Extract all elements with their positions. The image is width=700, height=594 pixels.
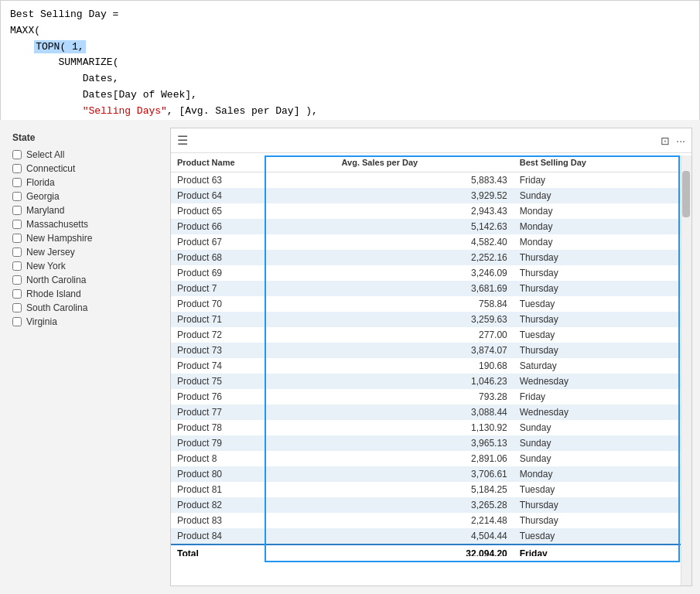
cell-day: Monday (514, 219, 691, 234)
cell-day: Tuesday (514, 327, 691, 343)
cell-day: Monday (514, 234, 691, 250)
cell-product: Product 75 (171, 374, 336, 389)
table-row: Product 74190.68Saturday (171, 358, 691, 374)
filter-item-massachusetts[interactable]: Massachusetts (12, 219, 158, 230)
scrollbar[interactable] (681, 155, 691, 585)
table-row: Product 635,883.43Friday (171, 172, 691, 189)
col-header-avg: Avg. Sales per Day (336, 153, 514, 172)
cell-day: Wednesday (514, 374, 691, 389)
table-row: Product 70758.84Tuesday (171, 296, 691, 312)
checkbox-south-carolina[interactable] (12, 303, 22, 312)
cell-avg: 3,706.61 (336, 466, 514, 482)
cell-day: Thursday (514, 513, 691, 528)
table-row: Product 733,874.07Thursday (171, 343, 691, 358)
checkbox-north-carolina[interactable] (12, 275, 22, 285)
code-line-3: TOPN( 1, (10, 39, 690, 56)
filter-item-maryland[interactable]: Maryland (12, 205, 158, 216)
cell-avg: 2,943.43 (336, 203, 514, 219)
cell-avg: 3,681.69 (336, 281, 514, 296)
cell-day: Thursday (514, 497, 691, 513)
table-scroll[interactable]: Product Name Avg. Sales per Day Best Sel… (171, 153, 691, 556)
expand-icon[interactable]: ⊡ (661, 135, 670, 147)
table-row: Product 652,943.43Monday (171, 203, 691, 219)
menu-icon[interactable]: ☰ (177, 133, 188, 148)
table-row: Product 76793.28Friday (171, 389, 691, 405)
filter-item-connecticut[interactable]: Connecticut (12, 163, 158, 174)
cell-avg: 5,142.63 (336, 219, 514, 234)
cell-avg: 2,214.48 (336, 513, 514, 528)
table-row: Product 803,706.61Monday (171, 466, 691, 482)
table-row: Product 823,265.28Thursday (171, 497, 691, 513)
filter-label-georgia: Georgia (26, 191, 60, 202)
filter-item-virginia[interactable]: Virginia (12, 316, 158, 327)
cell-day: Saturday (514, 358, 691, 374)
cell-avg: 3,265.28 (336, 497, 514, 513)
table-row: Product 674,582.40Monday (171, 234, 691, 250)
checkbox-georgia[interactable] (12, 192, 22, 201)
cell-day: Tuesday (514, 296, 691, 312)
checkbox-massachusetts[interactable] (12, 220, 22, 229)
filter-item-south-carolina[interactable]: South Carolina (12, 302, 158, 313)
table-row: Product 82,891.06Sunday (171, 451, 691, 466)
code-line-7: "Selling Days", [Avg. Sales per Day] ), (10, 104, 690, 120)
cell-day: Sunday (514, 420, 691, 435)
filter-label-south-carolina: South Carolina (26, 302, 87, 313)
checkbox-select-all[interactable] (12, 150, 22, 159)
checkbox-rhode-island[interactable] (12, 289, 22, 299)
checkbox-connecticut[interactable] (12, 164, 22, 173)
filter-label-rhode-island: Rhode Island (26, 288, 81, 299)
cell-avg: 3,965.13 (336, 435, 514, 451)
cell-product: Product 73 (171, 343, 336, 358)
filter-item-georgia[interactable]: Georgia (12, 191, 158, 202)
cell-product: Product 76 (171, 389, 336, 405)
table-container: ☰ ⊡ ··· Product Name Avg. Sales per Day … (170, 128, 692, 586)
cell-avg: 758.84 (336, 296, 514, 312)
cell-avg: 1,046.23 (336, 374, 514, 389)
cell-product: Product 67 (171, 234, 336, 250)
cell-avg: 1,130.92 (336, 420, 514, 435)
col-header-day: Best Selling Day (514, 153, 691, 172)
checkbox-new-jersey[interactable] (12, 248, 22, 257)
filter-label-massachusetts: Massachusetts (26, 219, 88, 230)
checkbox-maryland[interactable] (12, 206, 22, 215)
cell-product: Product 71 (171, 312, 336, 327)
table-row: Product 751,046.23Wednesday (171, 374, 691, 389)
cell-product: Product 84 (171, 528, 336, 544)
checkbox-virginia[interactable] (12, 317, 22, 326)
checkbox-new-hampshire[interactable] (12, 234, 22, 243)
filter-item-new-hampshire[interactable]: New Hampshire (12, 233, 158, 244)
cell-product: Product 82 (171, 497, 336, 513)
cell-avg: 277.00 (336, 327, 514, 343)
filter-item-new-york[interactable]: New York (12, 261, 158, 271)
cell-avg: 5,883.43 (336, 172, 514, 189)
filter-item-florida[interactable]: Florida (12, 177, 158, 188)
total-label: Total (171, 544, 336, 556)
cell-product: Product 77 (171, 405, 336, 420)
checkbox-florida[interactable] (12, 178, 22, 187)
table-row: Product 72277.00Tuesday (171, 327, 691, 343)
scrollbar-thumb[interactable] (682, 171, 690, 217)
cell-avg: 4,582.40 (336, 234, 514, 250)
more-options-icon[interactable]: ··· (676, 135, 685, 147)
cell-product: Product 74 (171, 358, 336, 374)
cell-day: Tuesday (514, 528, 691, 544)
filter-label-florida: Florida (26, 177, 55, 188)
checkbox-new-york[interactable] (12, 261, 22, 271)
filter-item-rhode-island[interactable]: Rhode Island (12, 288, 158, 299)
cell-day: Thursday (514, 312, 691, 327)
total-day: Friday (514, 544, 691, 556)
filter-label-connecticut: Connecticut (26, 163, 75, 174)
filter-item-select-all[interactable]: Select All (12, 149, 158, 160)
cell-day: Friday (514, 172, 691, 189)
code-line-4: SUMMARIZE( (10, 55, 690, 71)
cell-product: Product 7 (171, 281, 336, 296)
code-line-6: Dates[Day of Week], (10, 87, 690, 104)
filter-panel: State Select All Connecticut Florida Geo… (0, 120, 170, 594)
cell-day: Thursday (514, 343, 691, 358)
filter-item-north-carolina[interactable]: North Carolina (12, 275, 158, 285)
cell-product: Product 83 (171, 513, 336, 528)
cell-product: Product 66 (171, 219, 336, 234)
code-line-1: Best Selling Day = (10, 7, 690, 23)
filter-item-new-jersey[interactable]: New Jersey (12, 247, 158, 258)
table-row: Product 693,246.09Thursday (171, 265, 691, 281)
